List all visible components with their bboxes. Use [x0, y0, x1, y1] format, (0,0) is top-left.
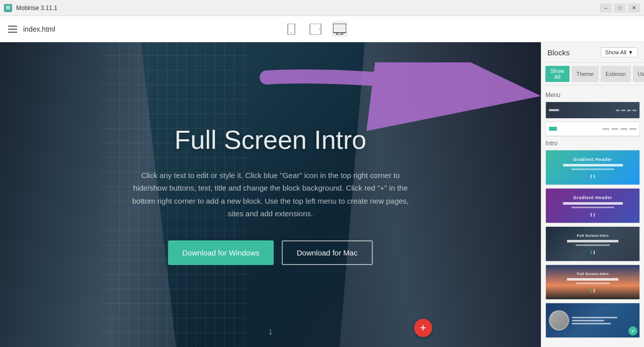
titlebar-controls[interactable]: – □ ✕ [600, 4, 640, 13]
toolbar: index.html [0, 16, 644, 42]
block-menu-light[interactable] [545, 122, 640, 137]
block-intro-photo-dark[interactable]: Full Screen Intro [545, 226, 640, 262]
scroll-indicator: ↓ [268, 325, 273, 337]
canvas: Full Screen Intro Click any text to edit… [0, 42, 541, 347]
download-windows-button[interactable]: Download for Windows [168, 240, 273, 265]
hero-subtitle[interactable]: Click any text to edit or style it. Clic… [130, 169, 412, 220]
hero-title[interactable]: Full Screen Intro [175, 125, 367, 155]
svg-point-1 [291, 32, 292, 33]
block-intro-media[interactable]: ✓ [545, 303, 640, 338]
titlebar-left: M Mobirise 3.11.1 [4, 4, 57, 12]
svg-rect-4 [333, 24, 346, 33]
block-intro-gradient-green[interactable]: Gradient Header [545, 150, 640, 185]
section-label-menu: Menu [545, 92, 640, 99]
panel-scroll-area[interactable]: Menu [541, 85, 644, 347]
block-intro-gradient-purple[interactable]: Gradient Header [545, 188, 640, 223]
add-block-button[interactable]: + [414, 319, 432, 337]
main-area: Full Screen Intro Click any text to edit… [0, 42, 644, 347]
hero-buttons: Download for Windows Download for Mac [168, 240, 372, 265]
panel-header: Blocks Show All ▼ [541, 42, 644, 63]
menu-button[interactable] [8, 26, 17, 33]
canvas-content: Full Screen Intro Click any text to edit… [0, 42, 541, 347]
app-title: Mobirise 3.11.1 [16, 5, 57, 12]
block-intro-sunset[interactable]: Full Screen Intro [545, 265, 640, 300]
tablet-device-button[interactable] [307, 21, 324, 37]
filename-label: index.html [23, 25, 55, 33]
tab-show-all[interactable]: Show All [545, 66, 570, 82]
panel-tabs: Show All Theme Extensn User [541, 63, 644, 85]
minimize-button[interactable]: – [600, 4, 612, 13]
toolbar-left: index.html [8, 25, 55, 33]
tab-extension[interactable]: Extensn [601, 66, 631, 82]
app-icon: M [4, 4, 12, 12]
titlebar: M Mobirise 3.11.1 – □ ✕ [0, 0, 644, 16]
tab-theme[interactable]: Theme [572, 66, 599, 82]
close-button[interactable]: ✕ [628, 4, 640, 13]
selected-badge: ✓ [628, 326, 637, 335]
device-switcher [283, 21, 348, 37]
svg-point-3 [319, 29, 320, 30]
blocks-panel: Blocks Show All ▼ Show All Theme Extensn… [541, 42, 644, 347]
mobile-device-button[interactable] [283, 21, 299, 37]
section-label-intro: Intro [545, 140, 640, 147]
block-menu-dark[interactable] [545, 102, 640, 119]
desktop-device-button[interactable] [332, 21, 348, 37]
panel-title: Blocks [547, 48, 570, 57]
show-all-dropdown-button[interactable]: Show All ▼ [601, 47, 638, 57]
tab-user[interactable]: User [633, 66, 644, 82]
maximize-button[interactable]: □ [614, 4, 626, 13]
download-mac-button[interactable]: Download for Mac [282, 240, 373, 265]
